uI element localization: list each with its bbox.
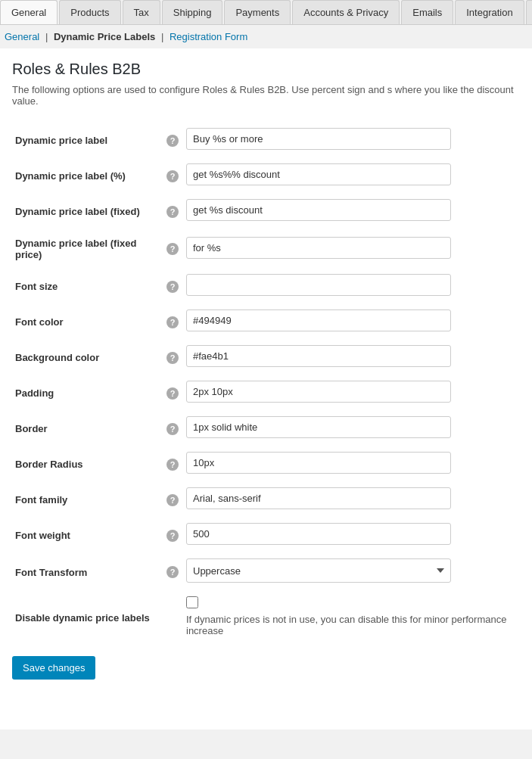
help-font-color[interactable]: ? [163, 303, 183, 339]
help-icon-dynamic-price-label-pct[interactable]: ? [166, 170, 179, 182]
input-cell-dynamic-price-label-fixed-price [183, 229, 520, 268]
tab-integration[interactable]: Integration [455, 0, 524, 24]
field-row-dynamic-price-label: Dynamic price label? [12, 122, 520, 157]
save-button[interactable]: Save changes [12, 656, 95, 680]
label-border: Border [12, 410, 163, 446]
help-font-weight[interactable]: ? [163, 517, 183, 552]
breadcrumb-current: Dynamic Price Labels [54, 31, 155, 42]
field-row-padding: Padding? [12, 375, 520, 410]
input-cell-font-size [183, 268, 520, 303]
label-dynamic-price-label-fixed-price: Dynamic price label (fixed price) [12, 229, 163, 268]
disable-labels-checkbox[interactable] [186, 596, 198, 608]
label-dynamic-price-label: Dynamic price label [12, 122, 163, 157]
help-border[interactable]: ? [163, 410, 183, 446]
input-cell-font-color [183, 303, 520, 339]
help-icon-border-radius[interactable]: ? [166, 459, 179, 471]
help-font-transform[interactable]: ? [163, 552, 183, 590]
input-cell-dynamic-price-label [183, 122, 520, 157]
input-background-color[interactable] [186, 345, 451, 367]
tab-accounts-privacy[interactable]: Accounts & Privacy [292, 0, 400, 24]
input-dynamic-price-label-pct[interactable] [186, 163, 451, 185]
label-font-transform: Font Transform [12, 552, 163, 590]
tab-emails[interactable]: Emails [401, 0, 453, 24]
select-font-transform[interactable]: NoneUppercaseLowercaseCapitalize [186, 558, 451, 583]
input-cell-border [183, 410, 520, 446]
help-font-size[interactable]: ? [163, 268, 183, 303]
input-font-family[interactable] [186, 487, 451, 509]
label-font-weight: Font weight [12, 517, 163, 552]
disable-labels-label: Disable dynamic price labels [12, 590, 163, 644]
page-content: Roles & Rules B2B The following options … [0, 48, 532, 729]
tab-products[interactable]: Products [59, 0, 120, 24]
input-border[interactable] [186, 416, 451, 438]
help-font-family[interactable]: ? [163, 481, 183, 517]
tab-payments[interactable]: Payments [224, 0, 291, 24]
help-icon-font-color[interactable]: ? [166, 316, 179, 328]
tab-bar: GeneralProductsTaxShippingPaymentsAccoun… [0, 0, 532, 25]
help-icon-dynamic-price-label[interactable]: ? [166, 135, 179, 147]
tab-general[interactable]: General [0, 0, 58, 24]
breadcrumb-separator-2: | [161, 31, 163, 42]
disable-labels-input-cell: If dynamic prices is not in use, you can… [183, 590, 520, 644]
input-padding[interactable] [186, 381, 451, 403]
label-border-radius: Border Radius [12, 446, 163, 481]
tab-shipping[interactable]: Shipping [162, 0, 223, 24]
breadcrumb-registration-link[interactable]: Registration Form [170, 31, 247, 42]
field-row-font-transform: Font Transform?NoneUppercaseLowercaseCap… [12, 552, 520, 590]
input-cell-dynamic-price-label-pct [183, 157, 520, 193]
label-font-size: Font size [12, 268, 163, 303]
input-cell-font-transform: NoneUppercaseLowercaseCapitalize [183, 552, 520, 590]
input-dynamic-price-label[interactable] [186, 128, 451, 150]
field-row-background-color: Background color? [12, 339, 520, 375]
tab-tax[interactable]: Tax [123, 0, 160, 24]
disable-labels-help-spacer [163, 590, 183, 644]
field-row-font-size: Font size? [12, 268, 520, 303]
page-description: The following options are used to config… [12, 84, 520, 107]
input-font-color[interactable] [186, 310, 451, 331]
input-font-size[interactable] [186, 274, 451, 296]
field-row-dynamic-price-label-fixed-price: Dynamic price label (fixed price)? [12, 229, 520, 268]
field-row-font-family: Font family? [12, 481, 520, 517]
help-icon-border[interactable]: ? [166, 423, 179, 435]
input-dynamic-price-label-fixed-price[interactable] [186, 237, 451, 259]
help-icon-background-color[interactable]: ? [166, 352, 179, 364]
input-cell-font-weight [183, 517, 520, 552]
disable-labels-description: If dynamic prices is not in use, you can… [186, 614, 517, 636]
input-cell-padding [183, 375, 520, 410]
label-dynamic-price-label-fixed: Dynamic price label (fixed) [12, 193, 163, 229]
help-dynamic-price-label-pct[interactable]: ? [163, 157, 183, 193]
help-dynamic-price-label[interactable]: ? [163, 122, 183, 157]
field-row-border-radius: Border Radius? [12, 446, 520, 481]
input-border-radius[interactable] [186, 452, 451, 474]
label-font-color: Font color [12, 303, 163, 339]
help-dynamic-price-label-fixed[interactable]: ? [163, 193, 183, 229]
help-border-radius[interactable]: ? [163, 446, 183, 481]
disable-labels-row: Disable dynamic price labels If dynamic … [12, 590, 520, 644]
breadcrumb-general-link[interactable]: General [5, 31, 39, 42]
label-padding: Padding [12, 375, 163, 410]
help-background-color[interactable]: ? [163, 339, 183, 375]
tab-site[interactable]: Site [526, 0, 532, 24]
page-title: Roles & Rules B2B [12, 61, 520, 78]
settings-form: Dynamic price label?Dynamic price label … [12, 122, 520, 644]
help-icon-padding[interactable]: ? [166, 387, 179, 400]
help-icon-dynamic-price-label-fixed-price[interactable]: ? [166, 243, 179, 255]
input-cell-border-radius [183, 446, 520, 481]
input-cell-background-color [183, 339, 520, 375]
help-icon-font-transform[interactable]: ? [166, 566, 179, 578]
help-icon-font-family[interactable]: ? [166, 494, 179, 506]
input-font-weight[interactable] [186, 523, 451, 545]
input-dynamic-price-label-fixed[interactable] [186, 199, 451, 221]
field-row-dynamic-price-label-pct: Dynamic price label (%)? [12, 157, 520, 193]
breadcrumb: General | Dynamic Price Labels | Registr… [5, 25, 529, 48]
input-cell-font-family [183, 481, 520, 517]
field-row-dynamic-price-label-fixed: Dynamic price label (fixed)? [12, 193, 520, 229]
field-row-font-weight: Font weight? [12, 517, 520, 552]
help-icon-dynamic-price-label-fixed[interactable]: ? [166, 206, 179, 218]
help-dynamic-price-label-fixed-price[interactable]: ? [163, 229, 183, 268]
help-icon-font-size[interactable]: ? [166, 281, 179, 293]
help-icon-font-weight[interactable]: ? [166, 530, 179, 542]
breadcrumb-separator-1: | [45, 31, 48, 42]
help-padding[interactable]: ? [163, 375, 183, 410]
label-background-color: Background color [12, 339, 163, 375]
